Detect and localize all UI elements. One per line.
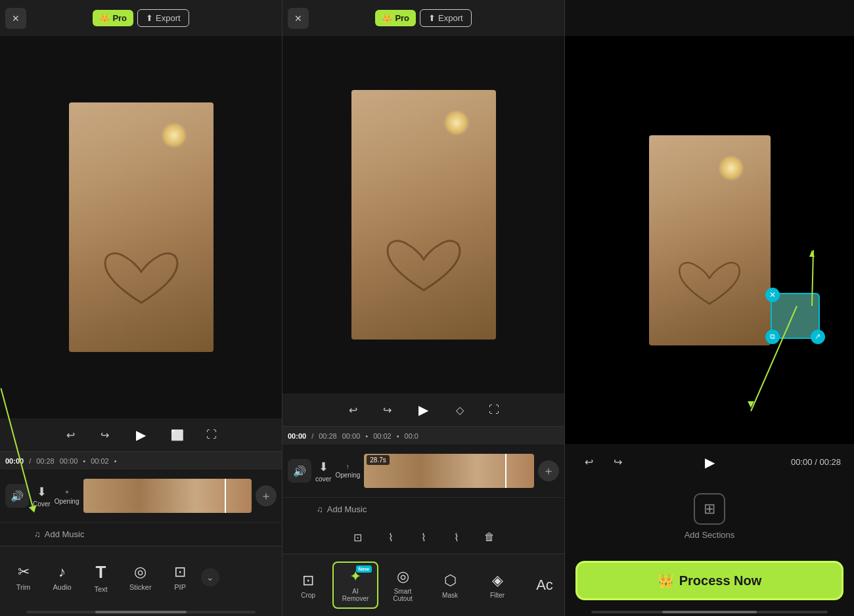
mid-cover-label: cover <box>315 475 331 483</box>
audio-icon: ♪ <box>58 563 66 581</box>
mid-play-button[interactable]: ▶ <box>411 397 436 422</box>
left-add-track-button[interactable]: ＋ <box>256 485 277 506</box>
left-redo-button[interactable]: ↪ <box>95 424 116 445</box>
left-scrollbar[interactable] <box>26 611 256 613</box>
left-track-area: 🔊 ⬇ Cover ＋ Opening ＋ <box>0 470 282 522</box>
mid-timeline-mark-2: 00:02 <box>373 432 392 440</box>
add-sections-button[interactable]: ⊞ <box>694 493 725 525</box>
smart-cutout-tool[interactable]: ◎ Smart Cutout <box>380 563 426 607</box>
trim-label: Trim <box>16 583 31 591</box>
audio-tool[interactable]: ♪ Audio <box>44 558 80 596</box>
left-video-thumb <box>69 102 214 352</box>
right-video-area: ✕ ⧉ ↗ <box>565 36 854 444</box>
mid-music-note-icon: ♫ <box>317 504 323 514</box>
duration-badge: 28.7s <box>367 455 389 465</box>
mid-undo-button[interactable]: ↩ <box>343 399 364 420</box>
mid-crown-icon: 👑 <box>382 13 392 23</box>
new-badge: New <box>356 565 372 573</box>
left-cover-button[interactable]: ⬇ Cover <box>33 485 51 508</box>
left-video-strip[interactable] <box>83 479 252 513</box>
mid-split-right-tool[interactable]: ⌇ <box>446 527 467 548</box>
ai-remover-tool[interactable]: New ✦ AI Remover <box>332 561 378 609</box>
right-heart-drawing <box>677 257 742 313</box>
timeline-dot-2: • <box>114 457 117 465</box>
mid-split-tool[interactable]: ⌇ <box>413 527 434 548</box>
left-add-music-row[interactable]: ♫ Add Music <box>0 522 282 546</box>
mid-delete-tool[interactable]: 🗑 <box>479 527 500 548</box>
mid-heart-drawing <box>384 234 463 300</box>
mid-timeline-mark-3: 00:0 <box>405 432 418 440</box>
mid-cursor-line <box>505 454 506 488</box>
left-opening-button[interactable]: ＋ Opening <box>55 487 79 505</box>
process-now-button[interactable]: 👑 Process Now <box>575 561 843 600</box>
right-undo-button[interactable]: ↩ <box>578 452 599 473</box>
right-play-button[interactable]: ▶ <box>697 450 722 475</box>
mid-pro-badge[interactable]: 👑 Pro <box>375 10 416 26</box>
mid-timeline-dot-2: • <box>397 432 399 440</box>
mid-video-strip[interactable]: 28.7s <box>364 454 534 488</box>
left-aspect-button[interactable]: ⬜ <box>167 424 188 445</box>
mid-export-button[interactable]: ⬆ Export <box>420 9 472 27</box>
music-note-icon: ♫ <box>34 529 41 539</box>
mid-opening-button[interactable]: ↑ Opening <box>335 463 360 479</box>
filter-label: Filter <box>490 592 505 599</box>
mid-add-track-button[interactable]: ＋ <box>538 460 559 481</box>
crop-tool[interactable]: ⊡ Crop <box>285 567 331 604</box>
right-redo-button[interactable]: ↪ <box>607 452 628 473</box>
text-icon: T <box>96 562 106 583</box>
left-fullscreen-button[interactable]: ⛶ <box>201 424 222 445</box>
right-scrollbar[interactable] <box>591 611 828 613</box>
left-play-button[interactable]: ▶ <box>129 422 154 447</box>
mid-header: ✕ 👑 Pro ⬆ Export <box>282 0 564 36</box>
mid-time-sep: / <box>311 432 313 440</box>
mid-opening-label: Opening <box>335 472 360 479</box>
mid-audio-icon: 🔊 <box>288 459 311 483</box>
left-undo-button[interactable]: ↩ <box>60 424 81 445</box>
crown-icon: 👑 <box>99 13 110 23</box>
right-scrollbar-thumb <box>662 611 757 613</box>
export-label: Export <box>156 13 181 23</box>
text-tool[interactable]: T Text <box>83 557 119 598</box>
left-close-button[interactable]: ✕ <box>5 8 26 29</box>
left-export-button[interactable]: ⬆ Export <box>137 9 189 27</box>
mid-redo-button[interactable]: ↪ <box>377 399 398 420</box>
left-pro-badge[interactable]: 👑 Pro <box>93 10 133 26</box>
timeline-mark-2: 00:02 <box>91 457 109 465</box>
sticker-label: Sticker <box>129 583 152 591</box>
mid-pro-label: Pro <box>395 13 409 23</box>
mask-tool[interactable]: ⬡ Mask <box>427 567 473 604</box>
mid-add-music-row[interactable]: ♫ Add Music <box>282 497 564 521</box>
ai-remover-label: AI Remover <box>340 588 371 602</box>
sticker-tool[interactable]: ◎ Sticker <box>122 558 160 596</box>
mid-cover-button[interactable]: ⬇ cover <box>315 460 331 483</box>
sticker-close-button[interactable]: ✕ <box>765 288 780 302</box>
sticker-resize-handle[interactable]: ↗ <box>811 330 825 344</box>
add-sections-label: Add Sections <box>685 530 735 540</box>
process-now-icon: 👑 <box>658 573 674 588</box>
crop-icon: ⊡ <box>302 572 314 589</box>
mid-close-button[interactable]: ✕ <box>288 8 309 29</box>
filter-tool[interactable]: ◈ Filter <box>474 567 520 604</box>
mid-fullscreen-button[interactable]: ⛶ <box>483 399 505 420</box>
heart-drawing <box>102 247 181 313</box>
mid-video-preview <box>282 36 564 393</box>
sticker-copy-button[interactable]: ⧉ <box>765 330 780 344</box>
cover-icon: ⬇ <box>37 485 47 499</box>
smart-cutout-icon: ◎ <box>397 568 409 585</box>
trim-tool[interactable]: ✂ Trim <box>5 558 41 596</box>
mask-icon: ⬡ <box>444 572 457 589</box>
sun-glow <box>161 122 187 148</box>
crop-label: Crop <box>301 592 315 599</box>
timeline-dot-1: • <box>83 457 85 465</box>
mid-diamond-button[interactable]: ◇ <box>449 399 470 420</box>
add-sections-area: ⊞ Add Sections <box>565 480 854 553</box>
mid-time-current: 00:00 <box>288 432 306 440</box>
mid-split-left-tool[interactable]: ⌇ <box>380 527 401 548</box>
mid-export-label: Export <box>438 13 463 23</box>
more-tools-button[interactable]: ⌄ <box>201 568 219 586</box>
mid-copy-tool[interactable]: ⊡ <box>348 527 369 548</box>
sticker-element[interactable]: ✕ ⧉ ↗ <box>771 293 820 339</box>
pip-tool[interactable]: ⊡ PIP <box>162 558 198 596</box>
mid-timeline-bar: 00:00 / 00:28 00:00 • 00:02 • 00:0 <box>282 426 564 445</box>
ac-tool[interactable]: Ac <box>522 571 564 599</box>
